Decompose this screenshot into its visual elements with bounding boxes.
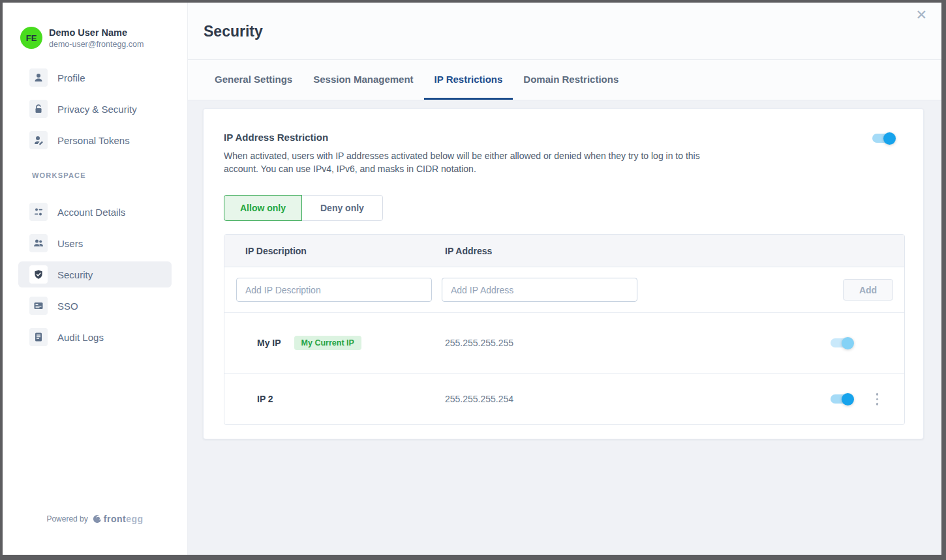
close-icon[interactable]: ✕ [915, 8, 927, 22]
frontegg-logo: frontegg [93, 513, 144, 525]
ip-row-description: My IP [257, 338, 281, 348]
admin-portal-window: FE Demo User Name demo-user@frontegg.com… [0, 0, 946, 560]
sidebar-item-label: Audit Logs [57, 332, 104, 343]
sidebar-item-label: Security [57, 269, 93, 280]
person-token-icon [29, 131, 48, 149]
ip-row-address: 255.255.255.255 [445, 338, 513, 348]
sidebar-item-label: SSO [57, 301, 78, 312]
tab-bar: General Settings Session Management IP R… [188, 60, 941, 100]
shield-check-icon [29, 265, 48, 284]
ip-table: IP Description IP Address Add My IP My C… [224, 234, 905, 425]
allow-only-button[interactable]: Allow only [224, 195, 302, 221]
user-email: demo-user@frontegg.com [49, 40, 144, 49]
sidebar-item-label: Users [57, 238, 83, 249]
deny-only-button[interactable]: Deny only [301, 195, 383, 221]
powered-by-footer: Powered by frontegg [3, 513, 187, 525]
sidebar-item-profile[interactable]: Profile [18, 65, 172, 91]
ip-row-toggle[interactable] [831, 394, 853, 404]
tab-content: IP Address Restriction When activated, u… [188, 100, 941, 555]
mode-selector: Allow only Deny only [224, 195, 904, 221]
tab-ip-restrictions[interactable]: IP Restrictions [424, 60, 513, 100]
ip-restriction-card: IP Address Restriction When activated, u… [203, 108, 924, 439]
tab-session-management[interactable]: Session Management [303, 60, 423, 100]
unlock-icon [29, 100, 48, 118]
sidebar: FE Demo User Name demo-user@frontegg.com… [3, 3, 188, 555]
ip-row-toggle[interactable] [831, 338, 853, 347]
column-header-ip-description: IP Description [245, 246, 307, 256]
ip-address-input[interactable] [442, 278, 637, 302]
sidebar-item-personal-tokens[interactable]: Personal Tokens [18, 127, 172, 153]
ip-restriction-title: IP Address Restriction [224, 132, 904, 143]
sliders-icon [29, 203, 48, 221]
ip-row-address: 255.255.255.254 [445, 394, 513, 404]
ip-restriction-toggle[interactable] [872, 134, 894, 143]
add-ip-row: Add [224, 267, 904, 313]
user-name: Demo User Name [49, 27, 144, 38]
sidebar-item-label: Personal Tokens [57, 135, 130, 146]
powered-by-label: Powered by [46, 514, 87, 523]
tab-general-settings[interactable]: General Settings [204, 60, 303, 100]
row-menu-icon[interactable] [874, 391, 881, 407]
document-icon [29, 328, 48, 346]
table-row: My IP My Current IP 255.255.255.255 [224, 313, 904, 374]
users-icon [29, 234, 48, 252]
workspace-nav: Account Details Users Security SSO [3, 199, 187, 350]
main-panel: ✕ Security General Settings Session Mana… [188, 3, 941, 555]
sidebar-item-audit-logs[interactable]: Audit Logs [18, 324, 172, 350]
sidebar-item-sso[interactable]: SSO [18, 293, 172, 319]
sidebar-item-label: Profile [57, 72, 85, 83]
sidebar-item-security[interactable]: Security [18, 261, 172, 287]
sidebar-item-privacy-security[interactable]: Privacy & Security [18, 96, 172, 122]
person-icon [29, 68, 48, 87]
user-profile-summary: FE Demo User Name demo-user@frontegg.com [20, 27, 187, 49]
tab-domain-restrictions[interactable]: Domain Restrictions [513, 60, 629, 100]
brand-text-egg: egg [126, 514, 143, 524]
workspace-section-label: WORKSPACE [32, 171, 187, 179]
brand-text-front: front [104, 514, 126, 524]
my-current-ip-badge: My Current IP [294, 336, 361, 350]
column-header-ip-address: IP Address [445, 246, 492, 256]
page-title: Security [204, 23, 941, 40]
ip-table-header: IP Description IP Address [224, 235, 904, 267]
id-card-icon [29, 297, 48, 315]
page-header: Security [188, 3, 941, 60]
personal-nav: Profile Privacy & Security Personal Toke… [3, 65, 187, 153]
sidebar-item-label: Account Details [57, 207, 125, 218]
frontegg-logo-icon [93, 514, 102, 523]
ip-row-description: IP 2 [257, 394, 273, 404]
sidebar-item-label: Privacy & Security [57, 104, 137, 115]
sidebar-item-account-details[interactable]: Account Details [18, 199, 172, 225]
avatar: FE [20, 27, 42, 49]
ip-description-input[interactable] [236, 278, 432, 302]
add-button[interactable]: Add [843, 279, 893, 301]
table-row: IP 2 255.255.255.254 [224, 374, 904, 424]
ip-restriction-description: When activated, users with IP addresses … [224, 150, 703, 175]
sidebar-item-users[interactable]: Users [18, 230, 172, 256]
